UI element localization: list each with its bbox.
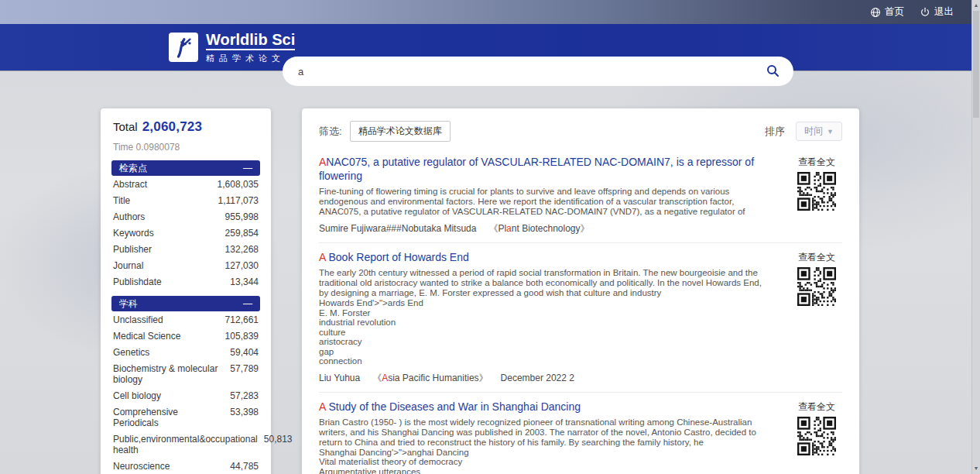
facet-label: Keywords xyxy=(113,228,154,239)
database-filter-chip[interactable]: 精品学术论文数据库 xyxy=(350,121,451,142)
sidebar-sections: 检索点 — Abstract 1,608,035 Title 1,117,073… xyxy=(111,160,260,474)
globe-icon xyxy=(870,7,881,18)
facet-row[interactable]: Genetics 59,404 xyxy=(111,344,260,360)
section-rows: Unclassified 712,661 Medical Science 105… xyxy=(111,311,260,474)
result-title[interactable]: A Study of the Diseases and War in Shang… xyxy=(319,400,773,414)
facet-label: Biochemistry & molecular biology xyxy=(113,363,224,385)
highlighted-term: A xyxy=(382,373,388,383)
facet-row[interactable]: Journal 127,030 xyxy=(111,257,260,273)
search-time: Time 0.0980078 xyxy=(113,142,260,153)
result-keyword-line: aristocracy xyxy=(319,337,773,347)
filter-label: 筛选: xyxy=(319,125,342,139)
highlighted-term: A xyxy=(319,400,326,413)
facet-label: Comprehensive Periodicals xyxy=(113,407,224,428)
facet-count: 127,030 xyxy=(225,260,259,271)
facet-section: 检索点 — Abstract 1,608,035 Title 1,117,073… xyxy=(111,160,260,290)
meta-group: Sumire Fujiwara###Nobutaka Mitsuda xyxy=(319,223,476,234)
search-box xyxy=(283,57,793,86)
brand-logo-icon xyxy=(169,33,198,62)
collapse-minus-icon[interactable]: — xyxy=(243,160,252,176)
facet-section-header[interactable]: 检索点 — xyxy=(111,160,260,176)
facet-label: Abstract xyxy=(113,179,147,190)
chevron-down-icon: ▼ xyxy=(827,128,834,136)
facet-row[interactable]: Cell biology 57,283 xyxy=(111,387,260,404)
collapse-minus-icon[interactable]: — xyxy=(243,296,252,311)
facet-row[interactable]: Publishdate 13,344 xyxy=(111,273,260,290)
view-fulltext-link[interactable]: 查看全文 xyxy=(793,156,841,169)
qr-code xyxy=(797,172,836,211)
facet-count: 13,344 xyxy=(230,276,259,287)
facet-row[interactable]: Comprehensive Periodicals 53,398 xyxy=(111,404,260,431)
text-segment: Liu Yuhua xyxy=(319,373,360,383)
meta-group: December 2022 2 xyxy=(501,373,574,383)
facet-count: 1,117,073 xyxy=(218,195,259,206)
facet-row[interactable]: Public,environmental&occupational health… xyxy=(111,431,260,458)
scrollbar-thumb[interactable] xyxy=(973,11,979,118)
logout-label: 退出 xyxy=(934,5,954,19)
result-meta: Liu Yuhua《Asia Pacific Humanities》Decemb… xyxy=(319,372,773,385)
facet-label: Unclassified xyxy=(113,314,163,325)
view-fulltext-link[interactable]: 查看全文 xyxy=(793,251,841,264)
result-item: A Book Report of Howards End The early 2… xyxy=(319,242,842,392)
logout-link[interactable]: 退出 xyxy=(920,5,954,19)
facet-section: 学科 — Unclassified 712,661 Medical Scienc… xyxy=(111,296,260,474)
result-title[interactable]: ANAC075, a putative regulator of VASCULA… xyxy=(319,155,773,183)
navbar: Worldlib Sci 精品学术论文 xyxy=(0,24,972,70)
result-item: ANAC075, a putative regulator of VASCULA… xyxy=(319,148,842,242)
meta-group: 《Asia Pacific Humanities》 xyxy=(372,373,488,383)
result-keyword-line: E. M. Forster xyxy=(319,308,773,318)
facet-row[interactable]: Abstract 1,608,035 xyxy=(111,176,260,192)
facet-count: 1,608,035 xyxy=(218,179,259,190)
highlighted-term: A xyxy=(319,156,326,168)
facet-row[interactable]: Keywords 259,854 xyxy=(111,225,260,241)
text-segment: Book Report of Howards End xyxy=(326,251,469,263)
result-keyword-line: Shanghai Dancing'>">anghai Dancing xyxy=(319,448,773,458)
brand[interactable]: Worldlib Sci 精品学术论文 xyxy=(169,31,295,64)
search-icon[interactable] xyxy=(766,64,780,81)
vertical-scrollbar[interactable]: ▲ ▼ xyxy=(971,0,980,474)
facet-section-header[interactable]: 学科 — xyxy=(111,296,260,311)
text-segment: NAC075, a putative regulator of VASCULAR… xyxy=(319,156,754,182)
text-segment: Sumire Fujiwara###Nobutaka Mitsuda xyxy=(319,223,476,234)
facet-count: 53,398 xyxy=(230,407,259,417)
facet-label: Public,environmental&occupational health xyxy=(113,434,258,455)
text-segment: sia Pacific Humanities》 xyxy=(388,373,488,383)
facet-label: Journal xyxy=(113,260,143,271)
text-segment: Study of the Diseases and War in Shangha… xyxy=(326,400,581,413)
facet-count: 57,283 xyxy=(230,390,259,401)
facet-row[interactable]: Medical Science 105,839 xyxy=(111,328,260,344)
facet-label: Title xyxy=(113,195,130,206)
facet-row[interactable]: Neuroscience 44,785 xyxy=(111,458,260,474)
result-title[interactable]: A Book Report of Howards End xyxy=(319,250,773,264)
sort-dropdown[interactable]: 时间 ▼ xyxy=(796,122,842,141)
scroll-down-arrow[interactable]: ▼ xyxy=(972,464,980,473)
scroll-up-arrow[interactable]: ▲ xyxy=(972,1,980,10)
results-panel: 筛选: 精品学术论文数据库 排序 时间 ▼ ANAC075, a putativ… xyxy=(302,108,859,474)
facet-row[interactable]: Authors 955,998 xyxy=(111,208,260,225)
meta-group: 《Plant Biotechnology》 xyxy=(488,223,589,234)
fulltext-box: 查看全文 xyxy=(793,156,841,211)
facet-row[interactable]: Publisher 132,268 xyxy=(111,241,260,257)
facet-row[interactable]: Title 1,117,073 xyxy=(111,192,260,208)
qr-code xyxy=(797,417,836,455)
facet-count: 50,813 xyxy=(264,434,293,445)
facet-count: 955,998 xyxy=(225,211,259,222)
facet-label: Publishdate xyxy=(113,276,162,287)
qr-code xyxy=(797,267,836,306)
text-segment: 《Pl xyxy=(488,223,506,234)
facet-row[interactable]: Unclassified 712,661 xyxy=(111,311,260,328)
view-fulltext-link[interactable]: 查看全文 xyxy=(793,400,841,414)
search-input[interactable] xyxy=(283,57,793,86)
result-keyword-line: culture xyxy=(319,328,773,338)
facet-label: Medical Science xyxy=(113,331,180,342)
home-link[interactable]: 首页 xyxy=(870,5,904,19)
section-rows: Abstract 1,608,035 Title 1,117,073 Autho… xyxy=(111,176,260,290)
top-utility-bar: 首页 退出 xyxy=(0,0,972,24)
facet-count: 259,854 xyxy=(225,228,259,239)
fulltext-box: 查看全文 xyxy=(793,251,841,306)
logout-icon xyxy=(920,7,930,18)
results-list: ANAC075, a putative regulator of VASCULA… xyxy=(319,148,842,474)
facet-label: Genetics xyxy=(113,347,149,358)
result-snippet: Fine-tuning of flowering timing is cruci… xyxy=(319,187,773,217)
facet-row[interactable]: Biochemistry & molecular biology 57,789 xyxy=(111,360,260,387)
